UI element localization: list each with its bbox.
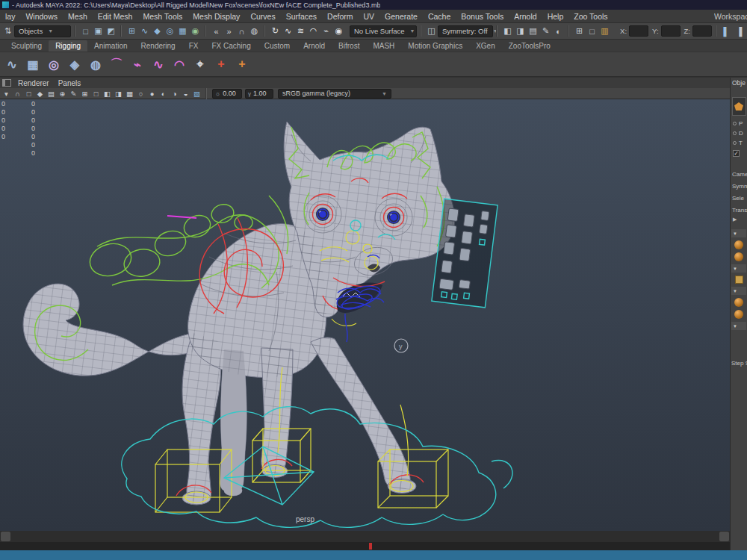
menu-item[interactable]: Edit Mesh <box>93 10 138 23</box>
shelf-ik-handle-icon[interactable]: ⌁ <box>128 55 147 74</box>
toon-shading-icon[interactable]: ◐ <box>552 25 565 38</box>
paint-effects-icon[interactable]: ✎ <box>539 25 552 38</box>
shelf-tab[interactable]: Custom <box>258 40 297 52</box>
horizontal-scrollbar[interactable] <box>0 531 730 542</box>
menu-item[interactable]: Cache <box>423 10 456 23</box>
2d-pan-zoom-icon[interactable]: ⊕ <box>57 88 68 99</box>
panel-menu-item[interactable]: Panels <box>54 79 86 87</box>
input-connections-icon[interactable]: « <box>210 25 223 38</box>
workspace-selector[interactable]: Workspac <box>714 12 747 21</box>
menu-item[interactable]: Zoo Tools <box>568 10 613 23</box>
sidebar-toggle-left-icon[interactable]: ▌ <box>720 25 733 38</box>
selection-mask-menu-icon[interactable]: ⇅ <box>1 25 14 38</box>
attribute-editor-sliver[interactable]: Obje P D T ✓ <box>730 78 747 550</box>
gamma-field[interactable]: γ 1.00 <box>245 89 273 99</box>
shadows-icon[interactable]: ◒ <box>180 88 191 99</box>
snap-curve-icon[interactable]: ∿ <box>138 25 151 38</box>
grid-toggle-icon[interactable]: ⊞ <box>79 88 90 99</box>
material-orb-icon[interactable] <box>734 252 743 261</box>
shelf-locator-orange-icon[interactable]: + <box>232 55 252 74</box>
center-pivot-icon[interactable]: ◉ <box>332 25 345 38</box>
shelf-tab[interactable]: MASH <box>366 40 401 52</box>
view-menu-icon[interactable]: ▾ <box>1 88 12 99</box>
surface-smooth-icon[interactable]: ≋ <box>294 25 307 38</box>
textured-icon[interactable]: ◐ <box>158 88 169 99</box>
shelf-wrap-icon[interactable]: ◈ <box>65 55 84 74</box>
menu-item[interactable]: lay <box>0 10 20 23</box>
panel-layout-icon[interactable] <box>2 79 11 87</box>
radio-option[interactable]: T <box>731 138 747 148</box>
lock-selection-icon[interactable]: ∩ <box>235 25 248 38</box>
material-orb-icon[interactable] <box>734 240 743 249</box>
highlight-selection-icon[interactable]: ◍ <box>248 25 261 38</box>
shelf-tab[interactable]: Animation <box>87 40 134 52</box>
section-header[interactable]: ▼ <box>731 229 746 237</box>
perspective-viewport[interactable]: y 00000 0000000 persp <box>0 99 730 531</box>
camera-view-icon[interactable]: □ <box>586 25 598 38</box>
scrollbar-right-cap[interactable] <box>719 532 729 541</box>
anti-alias-icon[interactable]: ▧ <box>191 88 202 99</box>
bookmark-icon[interactable]: ◆ <box>34 88 46 99</box>
symmetry-axis-icon[interactable]: ◫ <box>425 25 438 38</box>
menu-item[interactable]: Deform <box>322 10 358 23</box>
snap-grid-icon[interactable]: ⊞ <box>125 25 138 38</box>
menu-item[interactable]: Help <box>542 10 569 23</box>
menu-item[interactable]: Curves <box>245 10 280 23</box>
menu-item[interactable]: Arnold <box>509 10 542 23</box>
exposure-field[interactable]: ☼ 0.00 <box>212 89 242 99</box>
menu-item[interactable]: Windows <box>20 10 63 23</box>
snap-center-icon[interactable]: ◎ <box>164 25 176 38</box>
shelf-ring-icon[interactable]: ◎ <box>44 55 63 74</box>
shelf-ep-curve-icon[interactable]: ∿ <box>2 55 22 74</box>
shelf-spline-ik-icon[interactable]: ∿ <box>149 55 168 74</box>
section-header[interactable]: ▼ <box>731 264 746 273</box>
shelf-tab[interactable]: Motion Graphics <box>401 40 469 52</box>
time-slider-collapsed[interactable] <box>0 542 730 550</box>
view-transform-combo[interactable]: sRGB gamma (legacy) ▼ <box>278 89 391 99</box>
select-component-icon[interactable]: ◩ <box>105 25 117 38</box>
shelf-tab[interactable]: FX <box>182 40 205 52</box>
wireframe-icon[interactable]: ○ <box>135 88 146 99</box>
sidebar-toggle-right-icon[interactable]: ▐ <box>733 25 746 38</box>
attribute-label[interactable]: Trans <box>731 205 747 217</box>
camera-attributes-icon[interactable]: □ <box>23 88 34 99</box>
section-header[interactable]: ▼ <box>731 322 746 330</box>
shelf-tab[interactable]: Rigging <box>49 40 87 52</box>
menu-item[interactable]: Mesh Tools <box>137 10 187 23</box>
select-hierarchy-icon[interactable]: □ <box>79 25 92 38</box>
poly-mesh-frame[interactable] <box>732 97 746 116</box>
curve-rebuild-icon[interactable]: ∿ <box>282 25 294 38</box>
snap-viewplane-icon[interactable]: ▦ <box>176 25 189 38</box>
panel-menu-item[interactable]: Renderer <box>13 79 54 87</box>
z-input[interactable] <box>692 25 712 37</box>
shelf-tab[interactable]: Arnold <box>297 40 332 52</box>
shelf-grid-sphere-icon[interactable]: ◍ <box>86 55 105 74</box>
shelf-locator-red-icon[interactable]: + <box>211 55 231 74</box>
radio-option[interactable]: D <box>731 128 747 138</box>
fox-model[interactable] <box>23 122 455 505</box>
lighting-icon[interactable]: ◑ <box>169 88 180 99</box>
shelf-tab[interactable]: FX Caching <box>205 40 257 52</box>
menu-item[interactable]: Mesh Display <box>187 10 245 23</box>
hud-toggle-icon[interactable]: ▥ <box>598 25 611 38</box>
radio-option[interactable]: P <box>731 119 747 128</box>
menu-item[interactable]: UV <box>359 10 380 23</box>
material-orb-icon[interactable] <box>734 310 743 319</box>
attribute-label[interactable]: Came <box>731 169 747 181</box>
selection-manipulator[interactable]: y <box>394 339 408 352</box>
cube-icon[interactable] <box>735 276 743 284</box>
image-plane-icon[interactable]: ▤ <box>46 88 57 99</box>
resolution-gate-icon[interactable]: ◧ <box>102 88 113 99</box>
curve-edit-icon[interactable]: ◠ <box>307 25 320 38</box>
symmetry-combo[interactable]: Symmetry: Off ▼ <box>438 25 493 37</box>
section-header[interactable]: ▼ <box>731 287 746 295</box>
film-gate-icon[interactable]: □ <box>90 88 102 99</box>
shelf-tab[interactable]: Bifrost <box>332 40 366 52</box>
shelf-tab[interactable]: ZooToolsPro <box>502 40 557 52</box>
wire-tool-icon[interactable]: ⌁ <box>320 25 332 38</box>
render-frame-icon[interactable]: ◧ <box>501 25 514 38</box>
shelf-lattice-icon[interactable]: ▦ <box>23 55 43 74</box>
shelf-control-curve-icon[interactable]: ◠ <box>170 55 189 74</box>
checkbox[interactable]: ✓ <box>733 150 740 157</box>
attribute-label[interactable]: Symm <box>731 181 747 193</box>
